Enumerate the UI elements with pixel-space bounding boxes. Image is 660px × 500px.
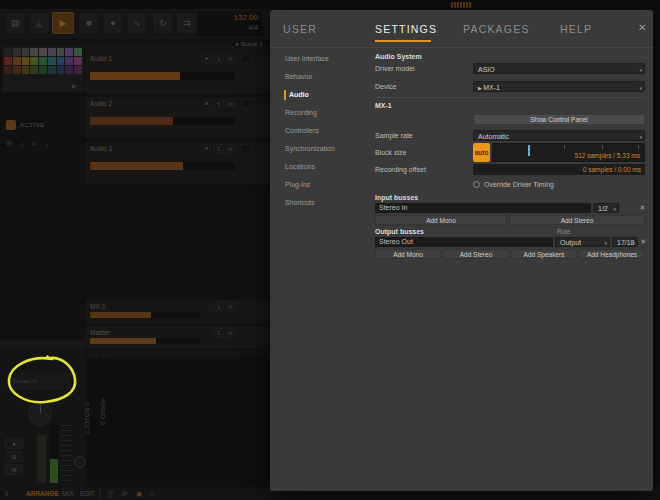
device-select[interactable]: ▶ MX-1 ▾ xyxy=(473,81,645,92)
block-size-value: 512 samples / 5.33 ms xyxy=(575,152,640,159)
output-bus-name-field[interactable]: Stereo Out xyxy=(375,237,553,247)
recording-offset-label: Recording offset xyxy=(375,166,426,173)
chevron-down-icon: ▾ xyxy=(604,239,607,248)
block-size-slider[interactable]: 512 samples / 5.33 ms xyxy=(492,143,645,162)
override-driver-timing-label: Override Driver Timing xyxy=(484,181,554,188)
settings-dialog: USER SETTINGS PACKAGES HELP ✕ User Inter… xyxy=(270,10,653,491)
device-section-heading: MX-1 xyxy=(375,102,392,109)
driver-model-label: Driver model xyxy=(375,65,415,72)
chevron-down-icon: ▾ xyxy=(639,133,642,142)
show-control-panel-button[interactable]: Show Control Panel xyxy=(473,114,645,125)
bitwig-window: ▤ ◬ ▶ ■ ● ∿ ↻ ⇉ 132.00 4/4 ▶ ACTIVE ⚙ ♪ … xyxy=(0,0,660,500)
chevron-down-icon: ▾ xyxy=(639,84,642,93)
sample-rate-select[interactable]: Automatic ▾ xyxy=(473,130,645,141)
input-bus-name-field[interactable]: Stereo In xyxy=(375,203,591,213)
chevron-down-icon: ▾ xyxy=(639,66,642,75)
block-size-auto-toggle[interactable]: auto xyxy=(473,143,490,162)
add-mono-input-button[interactable]: Add Mono xyxy=(375,215,507,225)
output-bus-channels-select[interactable]: 17/18 ▾ xyxy=(612,237,638,247)
output-bus-role-select[interactable]: Output ▾ xyxy=(555,237,610,247)
sample-rate-label: Sample rate xyxy=(375,132,413,139)
device-label: Device xyxy=(375,83,396,90)
remove-input-bus-button[interactable]: ✕ xyxy=(638,203,647,213)
audio-system-heading: Audio System xyxy=(375,53,422,60)
chevron-down-icon: ▾ xyxy=(632,239,635,248)
role-label: Role xyxy=(557,228,570,235)
input-busses-heading: Input busses xyxy=(375,194,418,201)
remove-output-bus-button[interactable]: ✕ xyxy=(639,237,648,247)
audio-settings-content: Audio System Driver model ASIO ▾ Device … xyxy=(270,10,653,491)
add-headphones-button[interactable]: Add Headphones xyxy=(579,249,645,259)
input-bus-channels-select[interactable]: 1/2 ▾ xyxy=(593,203,619,213)
override-driver-timing-checkbox[interactable] xyxy=(473,181,480,188)
add-speakers-button[interactable]: Add Speakers xyxy=(511,249,577,259)
add-stereo-input-button[interactable]: Add Stereo xyxy=(509,215,645,225)
add-stereo-output-button[interactable]: Add Stereo xyxy=(443,249,509,259)
add-mono-output-button[interactable]: Add Mono xyxy=(375,249,441,259)
section-divider xyxy=(375,97,645,98)
output-busses-heading: Output busses xyxy=(375,228,424,235)
driver-model-select[interactable]: ASIO ▾ xyxy=(473,63,645,74)
recording-offset-field[interactable]: 0 samples / 0.00 ms xyxy=(473,164,645,175)
chevron-down-icon: ▾ xyxy=(613,205,616,214)
block-size-marker xyxy=(528,145,530,156)
block-size-label: Block size xyxy=(375,149,407,156)
